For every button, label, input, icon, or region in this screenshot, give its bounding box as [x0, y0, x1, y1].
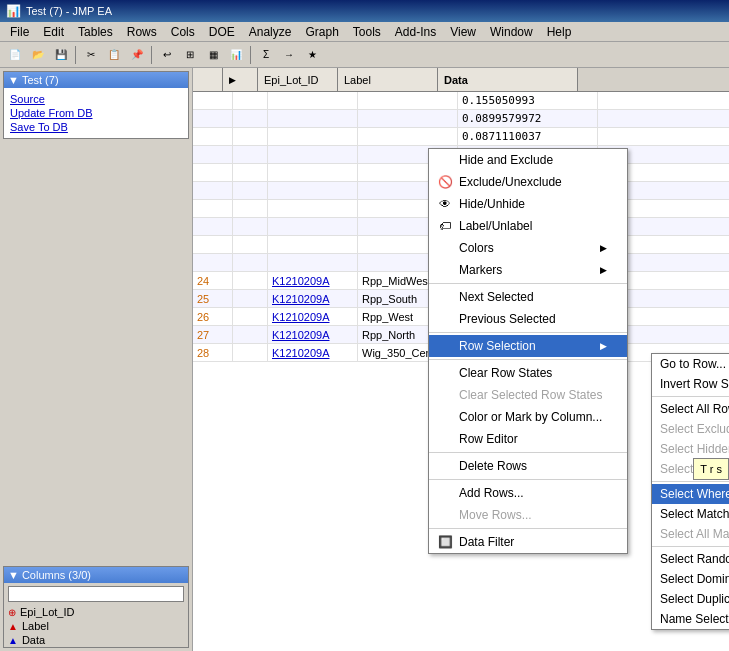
ctx-clear-row-label: Clear Row States — [459, 366, 552, 380]
row-selection-icon — [437, 338, 453, 354]
tb-table[interactable]: ⊞ — [179, 45, 201, 65]
link-source[interactable]: Source — [8, 92, 184, 106]
ctx-sep-6 — [429, 528, 627, 529]
menu-file[interactable]: File — [4, 24, 35, 40]
ctx-add-rows[interactable]: Add Rows... — [429, 482, 627, 504]
data-area: ▶ Epi_Lot_ID Label Data 0.155050993 0.08… — [193, 68, 729, 651]
menu-window[interactable]: Window — [484, 24, 539, 40]
ctx-add-rows-label: Add Rows... — [459, 486, 524, 500]
menu-tables[interactable]: Tables — [72, 24, 119, 40]
prev-selected-icon — [437, 311, 453, 327]
ctx-select-all-matching-cells: Select All Matching Cells — [652, 524, 729, 544]
ctx-row-selection[interactable]: Row Selection — [429, 335, 627, 357]
ctx-select-duplicate-rows-label: Select Duplicate Rows — [660, 592, 729, 606]
col-item-data[interactable]: ▲ Data — [4, 633, 188, 647]
label-icon: 🏷 — [437, 218, 453, 234]
ctx-select-matching-cells-label: Select Matching Cells — [660, 507, 729, 521]
ctx-move-rows-label: Move Rows... — [459, 508, 532, 522]
ctx-invert-selection[interactable]: Invert Row Selection — [652, 374, 729, 394]
link-update-db[interactable]: Update From DB — [8, 106, 184, 120]
ctx-markers[interactable]: Markers — [429, 259, 627, 281]
menu-doe[interactable]: DOE — [203, 24, 241, 40]
tb-sep-1 — [75, 46, 77, 64]
ctx-row-editor[interactable]: Row Editor — [429, 428, 627, 450]
menu-help[interactable]: Help — [541, 24, 578, 40]
left-panel: ▼ Test (7) Source Update From DB Save To… — [0, 68, 193, 651]
table-header[interactable]: ▼ Test (7) — [4, 72, 188, 88]
col-icon-ordinal: ▲ — [8, 621, 18, 632]
ctx-select-all-rows-label: Select All Rows — [660, 402, 729, 416]
ctx-label-unlabel[interactable]: 🏷 Label/Unlabel — [429, 215, 627, 237]
delete-rows-icon — [437, 458, 453, 474]
ctx-prev-selected[interactable]: Previous Selected — [429, 308, 627, 330]
ctx-row-editor-label: Row Editor — [459, 432, 518, 446]
tb-open[interactable]: 📂 — [27, 45, 49, 65]
col-item-epilotid[interactable]: ⊕ Epi_Lot_ID — [4, 605, 188, 619]
tb-grid[interactable]: ▦ — [202, 45, 224, 65]
menu-tools[interactable]: Tools — [347, 24, 387, 40]
ctx-color-mark-by-col[interactable]: Color or Mark by Column... — [429, 406, 627, 428]
tb-paste[interactable]: 📌 — [126, 45, 148, 65]
ctx-sep-1 — [429, 283, 627, 284]
tb-new[interactable]: 📄 — [4, 45, 26, 65]
tb-undo[interactable]: ↩ — [156, 45, 178, 65]
ctx-delete-rows[interactable]: Delete Rows — [429, 455, 627, 477]
tb-cut[interactable]: ✂ — [80, 45, 102, 65]
ctx-data-filter[interactable]: 🔲 Data Filter — [429, 531, 627, 553]
ctx-select-duplicate-rows[interactable]: Select Duplicate Rows — [652, 589, 729, 609]
table-expand-icon: ▼ — [8, 74, 19, 86]
next-selected-icon — [437, 289, 453, 305]
main-layout: ▼ Test (7) Source Update From DB Save To… — [0, 68, 729, 651]
ctx-go-to-row-label: Go to Row... — [660, 357, 726, 371]
ctx-color-mark-label: Color or Mark by Column... — [459, 410, 602, 424]
ctx-select-dominant[interactable]: Select Dominant... — [652, 569, 729, 589]
ctx-name-selection-label: Name Selection in Column... — [660, 612, 729, 626]
ctx-select-matching-cells[interactable]: Select Matching Cells — [652, 504, 729, 524]
tb-star[interactable]: ★ — [301, 45, 323, 65]
ctx-hide-exclude[interactable]: Hide and Exclude — [429, 149, 627, 171]
ctx-row-selection-label: Row Selection — [459, 339, 536, 353]
menu-analyze[interactable]: Analyze — [243, 24, 298, 40]
ctx-select-where[interactable]: Select Where... — [652, 484, 729, 504]
columns-header[interactable]: ▼ Columns (3/0) — [4, 567, 188, 583]
app-icon: 📊 — [6, 4, 21, 18]
menu-rows[interactable]: Rows — [121, 24, 163, 40]
ctx-colors[interactable]: Colors — [429, 237, 627, 259]
ctx-hide-unhide[interactable]: 👁 Hide/Unhide — [429, 193, 627, 215]
menu-addins[interactable]: Add-Ins — [389, 24, 442, 40]
ctx-go-to-row[interactable]: Go to Row... — [652, 354, 729, 374]
tb-arrow[interactable]: → — [278, 45, 300, 65]
context-menu-overlay: Hide and Exclude 🚫 Exclude/Unexclude 👁 H… — [193, 68, 729, 651]
menu-edit[interactable]: Edit — [37, 24, 70, 40]
row-selection-submenu: Go to Row... Invert Row Selection Select… — [651, 353, 729, 630]
column-search-input[interactable] — [8, 586, 184, 602]
columns-section: ▼ Columns (3/0) ⊕ Epi_Lot_ID ▲ Label ▲ D… — [3, 566, 189, 648]
col-label-data: Data — [22, 634, 45, 646]
sub-sep-2 — [652, 481, 729, 482]
col-label-label: Label — [22, 620, 49, 632]
tb-save[interactable]: 💾 — [50, 45, 72, 65]
ctx-hide-label: Hide/Unhide — [459, 197, 525, 211]
table-content: Source Update From DB Save To DB — [4, 88, 188, 138]
ctx-exclude-unexclude[interactable]: 🚫 Exclude/Unexclude — [429, 171, 627, 193]
ctx-name-selection-in-column[interactable]: Name Selection in Column... — [652, 609, 729, 629]
ctx-next-selected[interactable]: Next Selected — [429, 286, 627, 308]
exclude-icon: 🚫 — [437, 174, 453, 190]
menu-cols[interactable]: Cols — [165, 24, 201, 40]
move-rows-icon — [437, 507, 453, 523]
ctx-select-all-rows[interactable]: Select All Rows — [652, 399, 729, 419]
menu-view[interactable]: View — [444, 24, 482, 40]
col-item-label[interactable]: ▲ Label — [4, 619, 188, 633]
clear-row-icon — [437, 365, 453, 381]
menu-bar: File Edit Tables Rows Cols DOE Analyze G… — [0, 22, 729, 42]
link-save-db[interactable]: Save To DB — [8, 120, 184, 134]
tb-chart[interactable]: 📊 — [225, 45, 247, 65]
tb-copy[interactable]: 📋 — [103, 45, 125, 65]
menu-graph[interactable]: Graph — [299, 24, 344, 40]
ctx-sep-5 — [429, 479, 627, 480]
columns-title: Columns (3/0) — [22, 569, 91, 581]
tb-sigma[interactable]: Σ — [255, 45, 277, 65]
ctx-select-randomly[interactable]: Select Randomly... — [652, 549, 729, 569]
title-text: Test (7) - JMP EA — [26, 5, 112, 17]
ctx-clear-row-states[interactable]: Clear Row States — [429, 362, 627, 384]
